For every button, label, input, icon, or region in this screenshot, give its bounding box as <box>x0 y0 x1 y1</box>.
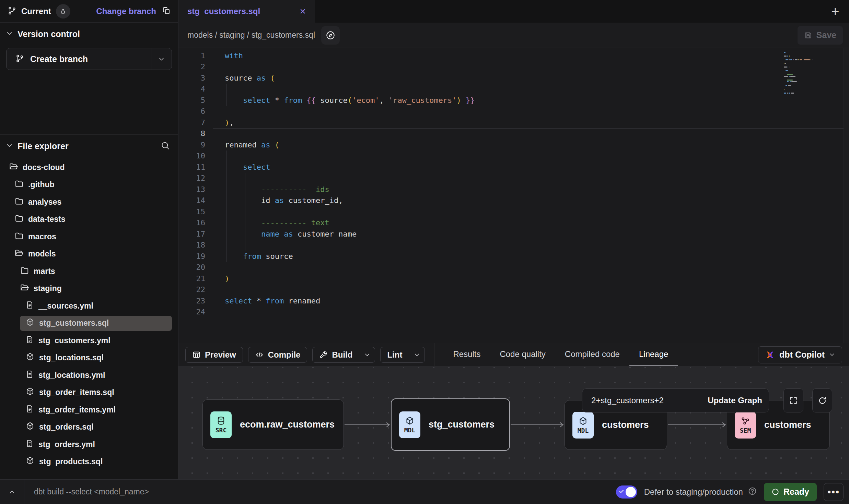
ide-status-button[interactable]: Ready <box>764 483 817 501</box>
lint-dropdown[interactable] <box>409 347 424 362</box>
search-icon[interactable] <box>161 141 170 152</box>
file-tree-item-stg_products.sql[interactable]: stg_products.sql <box>0 453 178 471</box>
line-content[interactable]: source as ( <box>213 72 849 84</box>
panel-tab-compiled-code[interactable]: Compiled code <box>555 343 629 366</box>
code-editor[interactable]: 1with23source as (45 select * from {{ so… <box>178 48 849 343</box>
code-line-7[interactable]: 7), <box>178 117 849 128</box>
panel-tab-code-quality[interactable]: Code quality <box>490 343 555 366</box>
file-tree-item-macros[interactable]: macros <box>0 228 178 245</box>
line-content[interactable] <box>213 151 849 162</box>
lineage-selector-input[interactable]: 2+stg_customers+2 <box>582 389 701 412</box>
dbt-copilot-button[interactable]: dbt Copilot <box>758 346 842 363</box>
line-content[interactable] <box>213 128 849 140</box>
create-branch-main[interactable]: Create branch <box>7 48 151 70</box>
line-content[interactable] <box>213 84 849 95</box>
code-line-19[interactable]: 19 from source <box>178 251 849 262</box>
code-line-6[interactable]: 6 <box>178 106 849 117</box>
code-line-2[interactable]: 2 <box>178 61 849 73</box>
close-icon[interactable]: × <box>300 6 306 16</box>
line-content[interactable]: id as customer_id, <box>213 195 849 206</box>
file-tree-item-__sources.yml[interactable]: __sources.yml <box>0 297 178 315</box>
code-line-16[interactable]: 16 ---------- text <box>178 217 849 229</box>
code-line-22[interactable]: 22 <box>178 284 849 296</box>
lineage-node-ecom.raw_customers[interactable]: SRCecom.raw_customers <box>202 399 344 450</box>
update-graph-button[interactable]: Update Graph <box>701 389 769 412</box>
file-explorer-header[interactable]: File explorer <box>0 135 178 157</box>
file-tree-item-models[interactable]: models <box>0 245 178 263</box>
line-content[interactable] <box>213 106 849 117</box>
line-content[interactable] <box>213 206 849 217</box>
file-tree-item-stg_customers.sql[interactable]: stg_customers.sql <box>0 315 178 332</box>
file-tree-item-data-tests[interactable]: data-tests <box>0 211 178 228</box>
lineage-node-stg_customers[interactable]: MDLstg_customers <box>391 398 510 451</box>
code-line-10[interactable]: 10 <box>178 151 849 162</box>
lint-button[interactable]: Lint <box>380 347 425 363</box>
code-line-23[interactable]: 23select * from renamed <box>178 295 849 307</box>
defer-toggle[interactable] <box>616 485 637 499</box>
save-button[interactable]: Save <box>798 26 843 45</box>
tab-stg-customers-sql[interactable]: stg_customers.sql × <box>178 0 315 23</box>
line-content[interactable]: select * from renamed <box>213 295 849 307</box>
command-input[interactable]: dbt build --select <model_name> <box>34 487 149 496</box>
file-tree-item-stg_locations.yml[interactable]: stg_locations.yml <box>0 367 178 384</box>
panel-tab-results[interactable]: Results <box>443 343 490 366</box>
file-tree-item-stg_order_items.yml[interactable]: stg_order_items.yml <box>0 401 178 419</box>
line-content[interactable]: with <box>213 50 849 61</box>
code-line-18[interactable]: 18 <box>178 240 849 251</box>
code-line-4[interactable]: 4 <box>178 84 849 95</box>
more-options-button[interactable]: ••• <box>824 483 844 501</box>
collapse-panel-button[interactable] <box>0 480 24 504</box>
editor-scrollbar[interactable] <box>844 48 849 343</box>
line-content[interactable] <box>213 173 849 184</box>
help-icon[interactable] <box>748 487 757 497</box>
code-line-12[interactable]: 12 <box>178 173 849 184</box>
file-tree-item-analyses[interactable]: analyses <box>0 193 178 211</box>
build-dropdown[interactable] <box>359 347 375 362</box>
line-content[interactable] <box>213 284 849 296</box>
version-control-header[interactable]: Version control <box>0 23 178 45</box>
file-tree-item-stg_locations.sql[interactable]: stg_locations.sql <box>0 349 178 367</box>
line-content[interactable]: from source <box>213 251 849 262</box>
file-tree-item-stg_orders.sql[interactable]: stg_orders.sql <box>0 419 178 436</box>
refresh-button[interactable] <box>812 388 832 412</box>
change-branch-link[interactable]: Change branch <box>96 7 156 16</box>
compile-button[interactable]: Compile <box>248 347 307 363</box>
code-line-21[interactable]: 21) <box>178 273 849 284</box>
line-content[interactable]: select <box>213 161 849 173</box>
preview-button[interactable]: Preview <box>185 347 243 363</box>
copy-icon[interactable] <box>162 7 171 16</box>
line-content[interactable]: ---------- ids <box>213 184 849 195</box>
build-button[interactable]: Build <box>312 347 375 363</box>
code-line-17[interactable]: 17 name as customer_name <box>178 228 849 240</box>
code-line-20[interactable]: 20 <box>178 262 849 273</box>
line-content[interactable]: select * from {{ source('ecom', 'raw_cus… <box>213 95 849 106</box>
code-line-1[interactable]: 1with <box>178 50 849 61</box>
code-line-15[interactable]: 15 <box>178 206 849 217</box>
file-tree-item-marts[interactable]: marts <box>0 263 178 280</box>
line-content[interactable]: name as customer_name <box>213 228 849 240</box>
create-branch-dropdown[interactable] <box>151 48 172 70</box>
code-line-8[interactable]: 8 <box>178 128 849 140</box>
line-content[interactable]: ---------- text <box>213 217 849 229</box>
file-tree-item-stg_order_items.sql[interactable]: stg_order_items.sql <box>0 384 178 401</box>
line-content[interactable] <box>213 262 849 273</box>
code-line-11[interactable]: 11 select <box>178 161 849 173</box>
lineage-canvas[interactable]: 2+stg_customers+2 Update Graph SRCecom.r… <box>178 366 849 479</box>
line-content[interactable]: ) <box>213 273 849 284</box>
minimap[interactable] <box>784 51 835 96</box>
line-content[interactable] <box>213 240 849 251</box>
file-tree-item-docs-cloud[interactable]: docs-cloud <box>0 159 178 176</box>
file-tree-item-stg_orders.yml[interactable]: stg_orders.yml <box>0 436 178 453</box>
code-line-13[interactable]: 13 ---------- ids <box>178 184 849 195</box>
file-tree-item-.github[interactable]: .github <box>0 176 178 194</box>
line-content[interactable]: renamed as ( <box>213 139 849 151</box>
code-line-14[interactable]: 14 id as customer_id, <box>178 195 849 206</box>
new-tab-button[interactable]: + <box>826 2 844 20</box>
code-line-9[interactable]: 9renamed as ( <box>178 139 849 151</box>
line-content[interactable] <box>213 307 849 318</box>
fullscreen-button[interactable] <box>783 388 803 412</box>
code-line-5[interactable]: 5 select * from {{ source('ecom', 'raw_c… <box>178 95 849 106</box>
panel-tab-lineage[interactable]: Lineage <box>629 343 678 366</box>
code-line-3[interactable]: 3source as ( <box>178 72 849 84</box>
code-line-24[interactable]: 24 <box>178 307 849 318</box>
